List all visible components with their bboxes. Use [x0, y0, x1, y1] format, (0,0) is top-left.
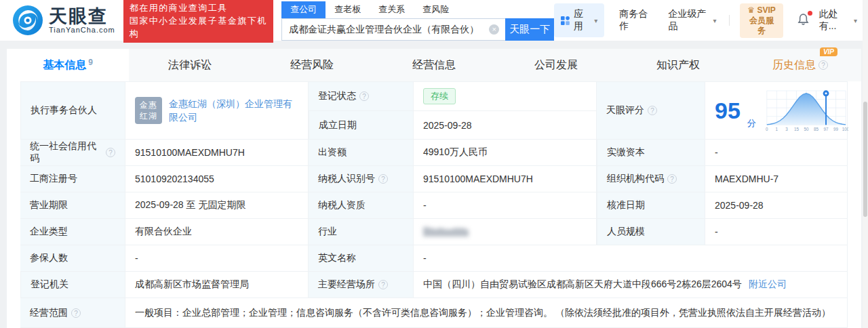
- search-input[interactable]: [281, 18, 505, 41]
- logo-line1: 金惠: [140, 100, 157, 110]
- field-label-executive-partner: 执行事务合伙人: [20, 82, 125, 140]
- value-text: 2025-09-28 至 无固定期限: [135, 199, 245, 211]
- field-value-paid-capital: -: [705, 140, 848, 166]
- help-icon[interactable]: ?: [378, 174, 388, 184]
- field-label-english-name: 英文名称: [309, 245, 414, 272]
- tab-intellectual-property[interactable]: 知识产权: [617, 49, 739, 81]
- address-text: 中国（四川）自由贸易试验区成都高新区天府大道中段666号2栋26层2604号: [423, 279, 742, 291]
- label-text: 行业: [318, 226, 337, 238]
- field-value-score: 95 分: [705, 82, 848, 140]
- field-label-main-premises: 主要经营场所?: [309, 272, 414, 298]
- help-icon[interactable]: ?: [378, 280, 388, 289]
- status-badge: 存续: [423, 88, 456, 104]
- page-scrollbar[interactable]: [863, 0, 868, 328]
- section-tabs: 基本信息 9 法律诉讼 经营风险 经营信息 公司发展 知识产权 VIP 历史信息…: [7, 49, 861, 81]
- crown-icon: ♛: [747, 5, 755, 15]
- label-text: 企业类型: [30, 226, 68, 238]
- tab-label: 知识产权: [656, 58, 700, 73]
- svg-text:0: 0: [766, 127, 768, 131]
- help-icon[interactable]: ?: [106, 148, 115, 157]
- nav-business-cooperation[interactable]: 商务合作: [619, 8, 653, 33]
- cooperation-label: 商务合作: [619, 8, 653, 33]
- tab-basic-info[interactable]: 基本信息 9: [7, 49, 129, 81]
- field-label-staff-size: 人员规模: [597, 219, 705, 245]
- top-header: 天眼查 TianYanCha.com 都在用的商业查询工具 国家中小企业发展子基…: [0, 0, 868, 41]
- value-text: MAEXDMHU-7: [715, 173, 778, 184]
- user-account-menu[interactable]: 此处有... ▾: [819, 8, 857, 33]
- search-tab-company[interactable]: 查公司: [281, 1, 326, 18]
- field-value-establish-date: 2025-09-28: [414, 111, 597, 140]
- field-label-score: 天眼评分 ?: [597, 82, 705, 140]
- tab-label: 经营信息: [412, 58, 456, 73]
- value-text: 2025-09-28: [423, 120, 472, 131]
- field-label-business-term: 营业期限: [20, 192, 125, 219]
- nearby-companies-link[interactable]: 附近公司: [749, 279, 787, 291]
- label-text: 纳税人资质: [318, 199, 366, 211]
- field-label-taxpayer-id: 纳税人识别号?: [309, 166, 414, 192]
- score-value: 95: [715, 99, 741, 122]
- partner-company-logo[interactable]: 金惠 红湖: [135, 97, 162, 124]
- value-text: -: [135, 253, 138, 264]
- tab-operation-risk[interactable]: 经营风险: [251, 49, 373, 81]
- value-text: -: [423, 200, 427, 211]
- nav-divider: [729, 15, 730, 26]
- username-truncated: 此处有...: [819, 8, 851, 33]
- help-icon[interactable]: ?: [648, 106, 657, 115]
- svg-text:97: 97: [823, 127, 829, 131]
- value-text: 有限合伙企业: [135, 226, 192, 238]
- label-text: 主要经营场所: [318, 279, 375, 291]
- apps-menu[interactable]: 应用 ▾: [554, 3, 604, 37]
- search-tab-boss[interactable]: 查老板: [326, 1, 370, 18]
- help-icon[interactable]: ?: [818, 60, 828, 70]
- field-label-contribution: 出资额: [309, 140, 414, 166]
- field-label-registration-status: 登记状态 ?: [309, 82, 414, 111]
- scrollbar-thumb[interactable]: [863, 102, 867, 217]
- tianyancha-logo[interactable]: 天眼查 TianYanCha.com: [12, 5, 115, 36]
- help-icon[interactable]: ?: [359, 91, 369, 101]
- value-text: -: [423, 253, 427, 264]
- nav-enterprise-products[interactable]: 企业级产品 ▾: [669, 8, 717, 33]
- search-tab-relation[interactable]: 查关系: [370, 1, 414, 18]
- field-value-registration-status: 存续: [414, 82, 597, 111]
- field-value-credit-code: 91510100MAEXDMHU7H: [125, 140, 309, 166]
- tab-company-development[interactable]: 公司发展: [495, 49, 617, 81]
- slogan-banner: 都在用的商业查询工具 国家中小企业发展子基金旗下机构: [123, 0, 273, 43]
- field-value-main-premises: 中国（四川）自由贸易试验区成都高新区天府大道中段666号2栋26层2604号 附…: [414, 272, 848, 298]
- field-value-english-name: -: [414, 245, 848, 272]
- field-value-approval-date: 2025-09-28: [705, 192, 848, 219]
- logo-line2: 红湖: [140, 110, 157, 121]
- search-tab-risk[interactable]: 查风险: [414, 1, 458, 18]
- tab-legal-litigation[interactable]: 法律诉讼: [129, 49, 251, 81]
- field-value-taxpayer-qualification: -: [414, 192, 597, 219]
- field-value-contribution: 49910万人民币: [414, 140, 597, 166]
- tab-history-info[interactable]: VIP 历史信息 ?: [739, 49, 861, 81]
- field-label-establish-date: 成立日期: [309, 111, 414, 140]
- field-label-company-type: 企业类型: [20, 219, 125, 245]
- brand-name: 天眼查: [49, 7, 115, 26]
- tab-operation-info[interactable]: 经营信息: [373, 49, 495, 81]
- enterprise-label: 企业级产品: [669, 8, 711, 33]
- help-icon[interactable]: ?: [667, 174, 677, 184]
- bell-icon: [797, 13, 810, 26]
- field-label-paid-capital: 实缴资本: [597, 140, 705, 166]
- field-label-industry: 行业: [309, 219, 414, 245]
- field-value-insured-count: -: [125, 245, 309, 272]
- value-text: -: [715, 226, 718, 237]
- search-button[interactable]: 天眼一下: [505, 18, 554, 41]
- svip-membership-button[interactable]: ♛ SVIP 会员服务: [740, 3, 783, 38]
- tab-count-badge: 9: [88, 58, 93, 67]
- partner-company-link[interactable]: 金惠红湖（深圳）企业管理有限公司: [169, 97, 298, 124]
- field-label-business-scope: 经营范围?: [20, 298, 125, 328]
- field-label-credit-code: 统一社会信用代码?: [20, 140, 125, 166]
- value-text: 91510100MAEXDMHU7H: [135, 147, 245, 158]
- svg-text:3: 3: [785, 127, 788, 131]
- industry-value-censored: █▇▆▇▆ ▆▇ ▇▆: [423, 227, 469, 237]
- chevron-down-icon: ▾: [594, 17, 597, 24]
- svg-text:100: 100: [842, 127, 848, 131]
- help-icon[interactable]: ?: [71, 308, 81, 318]
- notification-dot: [808, 11, 812, 16]
- chevron-down-icon: ▾: [854, 17, 857, 24]
- label-text: 英文名称: [318, 252, 356, 264]
- label-text: 执行事务合伙人: [31, 104, 97, 117]
- notification-bell[interactable]: [797, 13, 810, 28]
